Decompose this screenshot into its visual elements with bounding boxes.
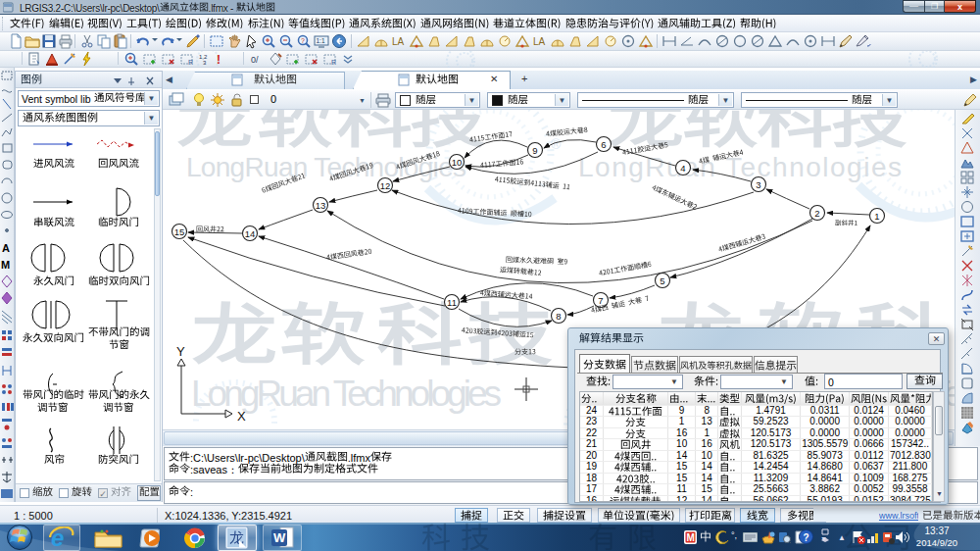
svg-text:6: 6: [601, 139, 606, 150]
svg-text:?: ?: [804, 532, 809, 543]
svg-text:3: 3: [756, 179, 760, 190]
svg-text:W: W: [273, 530, 286, 545]
svg-text:2: 2: [814, 208, 819, 219]
svg-text:LongRuan Technologies: LongRuan Technologies: [191, 374, 502, 414]
svg-text:Y: Y: [176, 344, 185, 359]
svg-text:X: X: [237, 409, 246, 424]
svg-text:13: 13: [316, 200, 326, 211]
svg-text:14: 14: [245, 228, 256, 239]
svg-text:A: A: [2, 242, 10, 254]
svg-text:1: 1: [874, 211, 879, 222]
svg-text:4: 4: [680, 163, 685, 174]
svg-text:5: 5: [660, 276, 664, 286]
svg-text:10: 10: [452, 157, 463, 168]
svg-text:9: 9: [532, 145, 537, 156]
svg-text:15: 15: [174, 226, 185, 237]
svg-text:12: 12: [380, 180, 391, 191]
svg-text:8: 8: [556, 311, 561, 322]
svg-text:11: 11: [447, 297, 457, 308]
svg-text:M: M: [1, 259, 10, 271]
svg-text:M: M: [687, 532, 695, 543]
